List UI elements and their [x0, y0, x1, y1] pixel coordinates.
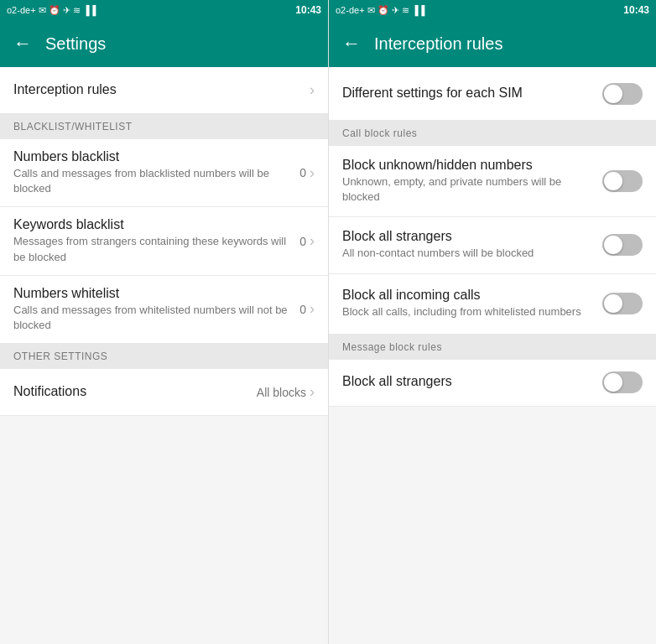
block-strangers-msg-toggle[interactable]: [602, 371, 643, 393]
numbers-whitelist-subtitle: Calls and messages from whitelisted numb…: [13, 303, 293, 333]
block-strangers-call-content: Block all strangers All non-contact numb…: [342, 229, 602, 261]
numbers-blacklist-item[interactable]: Numbers blacklist Calls and messages fro…: [0, 139, 328, 207]
right-toolbar: ← Interception rules: [329, 20, 656, 67]
left-carrier: o2-de+: [7, 5, 36, 15]
other-settings-section-header: OTHER SETTINGS: [0, 344, 328, 369]
keywords-blacklist-title: Keywords blacklist: [13, 217, 293, 232]
right-list-content: Different settings for each SIM Call blo…: [329, 67, 656, 644]
numbers-whitelist-count: 0: [299, 303, 306, 316]
left-panel: o2-de+ ✉ ⏰ ✈ ≋ ▐▐ 10:43 ← Settings Inter…: [0, 0, 328, 644]
right-time: 10:43: [623, 4, 649, 16]
keywords-blacklist-count: 0: [299, 235, 306, 248]
numbers-blacklist-content: Numbers blacklist Calls and messages fro…: [13, 149, 293, 196]
interception-rules-content: Interception rules: [13, 82, 303, 99]
block-unknown-subtitle: Unknown, empty, and private numbers will…: [342, 174, 592, 205]
keywords-blacklist-subtitle: Messages from strangers containing these…: [13, 234, 293, 264]
block-incoming-title: Block all incoming calls: [342, 288, 592, 303]
left-back-button[interactable]: ←: [13, 33, 32, 55]
notifications-content: Notifications: [13, 384, 257, 401]
interception-rules-right: ›: [310, 81, 315, 99]
different-settings-title: Different settings for each SIM: [342, 86, 592, 101]
keywords-blacklist-right: 0 ›: [299, 232, 315, 250]
block-unknown-title: Block unknown/hidden numbers: [342, 158, 592, 173]
numbers-blacklist-chevron: ›: [310, 164, 315, 182]
keywords-blacklist-item[interactable]: Keywords blacklist Messages from strange…: [0, 207, 328, 275]
right-status-bar-left: o2-de+ ✉ ⏰ ✈ ≋ ▐▐: [336, 5, 424, 16]
numbers-whitelist-chevron: ›: [310, 300, 315, 318]
block-strangers-call-title: Block all strangers: [342, 229, 592, 244]
call-block-rules-header: Call block rules: [329, 121, 656, 146]
notifications-value: All blocks: [257, 386, 306, 399]
block-unknown-content: Block unknown/hidden numbers Unknown, em…: [342, 158, 602, 205]
numbers-whitelist-content: Numbers whitelist Calls and messages fro…: [13, 286, 293, 333]
different-settings-toggle[interactable]: [602, 83, 643, 105]
block-strangers-msg-title: Block all strangers: [342, 374, 592, 389]
numbers-whitelist-right: 0 ›: [299, 300, 315, 318]
notifications-chevron: ›: [310, 383, 315, 401]
interception-rules-chevron: ›: [310, 81, 315, 99]
block-incoming-toggle[interactable]: [602, 293, 643, 314]
left-toolbar-title: Settings: [45, 34, 106, 54]
notifications-title: Notifications: [13, 384, 257, 399]
different-settings-content: Different settings for each SIM: [342, 86, 602, 102]
interception-rules-title: Interception rules: [13, 82, 303, 97]
block-strangers-msg-item[interactable]: Block all strangers: [329, 360, 656, 407]
keywords-blacklist-chevron: ›: [310, 232, 315, 250]
numbers-whitelist-title: Numbers whitelist: [13, 286, 293, 301]
block-strangers-call-subtitle: All non-contact numbers will be blocked: [342, 246, 592, 261]
numbers-blacklist-subtitle: Calls and messages from blacklisted numb…: [13, 166, 293, 196]
left-icons: ✉ ⏰ ✈ ≋ ▐▐: [39, 5, 96, 16]
keywords-blacklist-content: Keywords blacklist Messages from strange…: [13, 217, 293, 264]
block-incoming-subtitle: Block all calls, including from whitelis…: [342, 304, 592, 319]
left-toolbar: ← Settings: [0, 20, 328, 67]
numbers-blacklist-count: 0: [299, 166, 306, 179]
block-strangers-call-item[interactable]: Block all strangers All non-contact numb…: [329, 217, 656, 273]
right-back-button[interactable]: ←: [342, 33, 361, 55]
right-carrier: o2-de+: [336, 5, 365, 15]
left-status-bar-left: o2-de+ ✉ ⏰ ✈ ≋ ▐▐: [7, 5, 96, 16]
different-settings-item[interactable]: Different settings for each SIM: [329, 67, 656, 121]
block-unknown-toggle[interactable]: [602, 170, 643, 192]
block-incoming-content: Block all incoming calls Block all calls…: [342, 288, 602, 319]
message-block-rules-header: Message block rules: [329, 335, 656, 360]
left-status-bar-right: 10:43: [295, 4, 321, 16]
interception-rules-item[interactable]: Interception rules ›: [0, 67, 328, 114]
right-status-bar-right: 10:43: [623, 4, 649, 16]
left-time: 10:43: [295, 4, 321, 16]
left-status-bar: o2-de+ ✉ ⏰ ✈ ≋ ▐▐ 10:43: [0, 0, 328, 20]
notifications-item[interactable]: Notifications All blocks ›: [0, 369, 328, 416]
block-strangers-call-toggle[interactable]: [602, 234, 643, 256]
right-toolbar-title: Interception rules: [374, 34, 502, 54]
numbers-blacklist-title: Numbers blacklist: [13, 149, 293, 164]
right-icons: ✉ ⏰ ✈ ≋ ▐▐: [367, 5, 425, 16]
numbers-blacklist-right: 0 ›: [299, 164, 315, 182]
numbers-whitelist-item[interactable]: Numbers whitelist Calls and messages fro…: [0, 276, 328, 344]
right-status-bar: o2-de+ ✉ ⏰ ✈ ≋ ▐▐ 10:43: [329, 0, 656, 20]
block-incoming-item[interactable]: Block all incoming calls Block all calls…: [329, 274, 656, 335]
blacklist-section-header: BLACKLIST/WHITELIST: [0, 114, 328, 139]
block-strangers-msg-content: Block all strangers: [342, 374, 602, 391]
notifications-right: All blocks ›: [257, 383, 315, 401]
block-unknown-item[interactable]: Block unknown/hidden numbers Unknown, em…: [329, 146, 656, 217]
left-list-content: Interception rules › BLACKLIST/WHITELIST…: [0, 67, 328, 644]
right-panel: o2-de+ ✉ ⏰ ✈ ≋ ▐▐ 10:43 ← Interception r…: [328, 0, 656, 644]
